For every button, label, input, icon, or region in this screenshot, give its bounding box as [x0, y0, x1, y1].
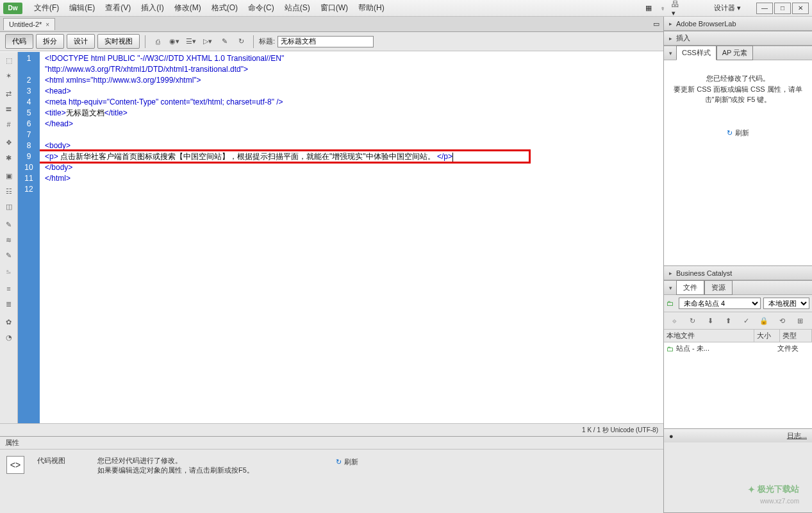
css-msg-2: 要更新 CSS 面板或编辑 CSS 属性，请单击"刷新"或按 F5 键。 [673, 84, 803, 105]
recent-icon[interactable]: ✎ [3, 249, 15, 261]
files-panel-header[interactable]: 文件 资源 [664, 281, 812, 295]
properties-panel: 属性 <> 代码视图 您已经对代码进行了修改。 如果要编辑选定对象的属性，请点击… [0, 436, 663, 513]
collapse-icon[interactable]: ✶ [3, 70, 15, 81]
document-tab-bar: Untitled-2* × ▭ [0, 17, 663, 32]
live-view-button[interactable]: 实时视图 [97, 34, 140, 49]
menubar: Dw 文件(F)编辑(E)查看(V)插入(I)修改(M)格式(O)命令(C)站点… [0, 0, 812, 17]
file-tab[interactable]: 文件 [676, 280, 704, 295]
workspace-switcher[interactable]: 设计器 ▾ [709, 2, 746, 14]
view-select[interactable]: 本地视图 [763, 298, 809, 309]
tag-selector-bar: 1 K / 1 秒 Unicode (UTF-8) [0, 423, 663, 436]
prop-refresh-button[interactable]: ↻ 刷新 [331, 456, 363, 468]
code-view-button[interactable]: 代码 [5, 34, 33, 49]
menu-修改M[interactable]: 修改(M) [169, 0, 206, 16]
select-parent-icon[interactable]: ⇄ [3, 88, 15, 99]
doc-toolbar: 代码 拆分 设计 实时视图 ⎙ ◉▾ ☰▾ ▷▾ ✎ ↻ 标题: [0, 32, 663, 51]
balance-icon[interactable]: 〓 [3, 103, 15, 115]
line-gutter: 123456789101112 [18, 52, 40, 423]
menu-插入I[interactable]: 插入(I) [136, 0, 169, 16]
snippet-icon[interactable]: ▣ [3, 170, 15, 181]
css-refresh-button[interactable]: ↻ 刷新 [722, 126, 754, 140]
check-icon[interactable]: ▷▾ [201, 35, 215, 49]
menu-格式O[interactable]: 格式(O) [206, 0, 243, 16]
title-label: 标题: [259, 37, 275, 46]
word-wrap-icon[interactable]: ☷ [3, 185, 15, 197]
document-tab-label: Untitled-2* [9, 21, 42, 28]
checkin-icon[interactable]: 🔒 [758, 315, 770, 326]
insert-panel-header[interactable]: 插入 [664, 31, 812, 46]
tab-options-icon[interactable]: ▭ [653, 20, 659, 28]
lines-icon[interactable]: # [3, 119, 15, 130]
refresh-icon[interactable]: ↻ [234, 35, 248, 49]
indent-icon[interactable]: ◫ [3, 201, 15, 212]
properties-header[interactable]: 属性 [0, 437, 663, 450]
browserlab-panel-header[interactable]: Adobe BrowserLab [664, 17, 812, 31]
design-view-button[interactable]: 设计 [67, 34, 95, 49]
apply-icon[interactable]: ✿ [3, 316, 15, 328]
layout-icon[interactable]: ▦ [643, 3, 654, 13]
code-textarea[interactable]: <!DOCTYPE html PUBLIC "-//W3C//DTD XHTML… [40, 52, 663, 423]
ft-header-type[interactable]: 类型 [780, 330, 812, 342]
move-icon[interactable]: ⎁ [3, 265, 15, 276]
css-styles-tab[interactable]: CSS样式 [676, 46, 717, 60]
indent-left-icon[interactable]: ≡ [3, 283, 15, 294]
menu-站点S[interactable]: 站点(S) [279, 0, 315, 16]
menu-窗口W[interactable]: 窗口(W) [315, 0, 353, 16]
options-icon[interactable]: ✎ [217, 35, 231, 49]
put-icon[interactable]: ⬆ [722, 315, 734, 326]
ready-icon: ● [669, 432, 674, 440]
ap-elements-tab[interactable]: AP 元素 [717, 46, 754, 60]
tool-icon[interactable]: 品▾ [672, 3, 682, 13]
search-icon[interactable]: ♀ [658, 3, 668, 13]
ft-header-name[interactable]: 本地文件 [664, 330, 754, 342]
code-view-icon: <> [6, 456, 24, 474]
comment-icon[interactable]: ✎ [3, 219, 15, 230]
title-input[interactable] [278, 36, 374, 47]
folder-icon: 🗀 [667, 345, 674, 353]
format-icon[interactable]: ≋ [3, 234, 15, 246]
get-icon[interactable]: ⬇ [704, 315, 717, 326]
checkout-icon[interactable]: ✓ [740, 315, 752, 326]
refresh-files-icon[interactable]: ↻ [686, 315, 699, 326]
close-button[interactable]: ✕ [792, 3, 809, 14]
ft-header-size[interactable]: 大小 [754, 330, 780, 342]
file-tree[interactable]: 本地文件 大小 类型 🗀 站点 - 未... 文件夹 [664, 330, 812, 428]
css-panel-header[interactable]: CSS样式 AP 元素 [664, 46, 812, 60]
globe-icon[interactable]: ⎙ [151, 35, 165, 49]
document-tab[interactable]: Untitled-2* × [3, 18, 55, 30]
open-docs-icon[interactable]: ⬚ [3, 55, 15, 66]
menu-命令C[interactable]: 命令(C) [243, 0, 279, 16]
cloud-icon[interactable]: ☰▾ [184, 35, 198, 49]
status-info: 1 K / 1 秒 Unicode (UTF-8) [582, 426, 658, 435]
file-row[interactable]: 🗀 站点 - 未... 文件夹 [664, 342, 812, 355]
right-panel-group: Adobe BrowserLab 插入 CSS样式 AP 元素 您已经修改了代码… [663, 17, 812, 513]
code-editor: ⬚ ✶ ⇄ 〓 # ❖ ✱ ▣ ☷ ◫ ✎ ≋ ✎ ⎁ ≡ ≣ ✿ ◔ 1234… [0, 51, 663, 423]
highlight-icon[interactable]: ❖ [3, 137, 15, 148]
site-folder-icon: 🗀 [667, 299, 674, 307]
resource-tab[interactable]: 资源 [704, 280, 733, 295]
menu-帮助H[interactable]: 帮助(H) [353, 0, 390, 16]
app-logo: Dw [3, 3, 22, 14]
syntax-icon[interactable]: ✱ [3, 152, 15, 164]
minimize-button[interactable]: — [756, 3, 773, 14]
log-link[interactable]: 日志... [787, 431, 807, 441]
code-sidebar: ⬚ ✶ ⇄ 〓 # ❖ ✱ ▣ ☷ ◫ ✎ ≋ ✎ ⎁ ≡ ≣ ✿ ◔ [0, 52, 18, 423]
css-msg-1: 您已经修改了代码。 [673, 73, 803, 84]
menu-编辑E[interactable]: 编辑(E) [64, 0, 100, 16]
split-view-button[interactable]: 拆分 [36, 34, 64, 49]
code-view-label: 代码视图 [37, 456, 65, 466]
maximize-button[interactable]: □ [774, 3, 791, 14]
close-tab-icon[interactable]: × [46, 21, 49, 28]
menu-查看V[interactable]: 查看(V) [100, 0, 136, 16]
menu-文件F[interactable]: 文件(F) [29, 0, 64, 16]
expand-icon[interactable]: ⊞ [793, 315, 806, 326]
browser-icon[interactable]: ◉▾ [167, 35, 181, 49]
file-row-name: 站点 - 未... [676, 344, 752, 353]
tag-icon[interactable]: ◔ [3, 332, 15, 343]
file-row-type: 文件夹 [777, 344, 809, 353]
sync-icon[interactable]: ⟲ [775, 315, 788, 326]
bc-panel-header[interactable]: Business Catalyst [664, 266, 812, 280]
site-select[interactable]: 未命名站点 4 [679, 298, 761, 309]
indent-right-icon[interactable]: ≣ [3, 298, 15, 310]
connect-icon[interactable]: ⟐ [668, 315, 681, 326]
